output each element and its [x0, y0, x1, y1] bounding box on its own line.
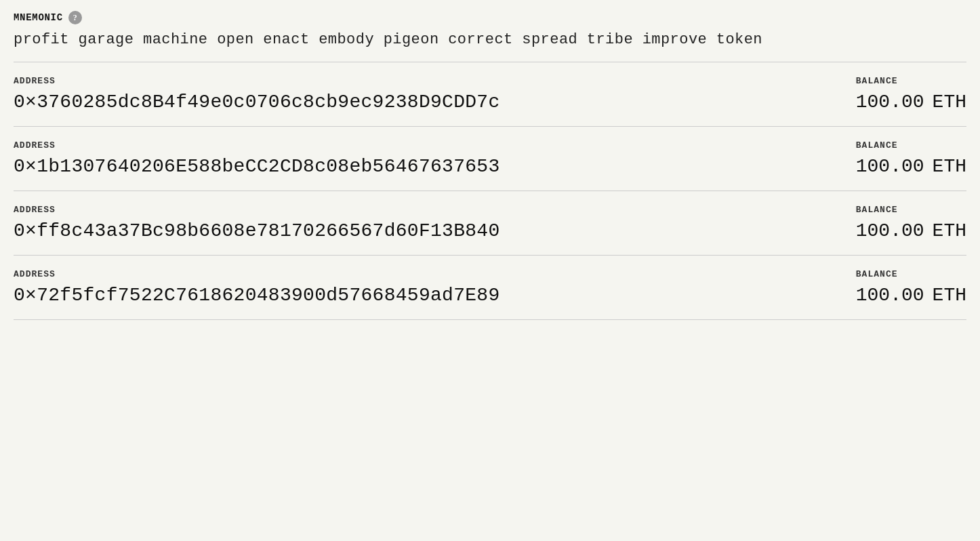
balance-label-1: BALANCE	[856, 140, 966, 151]
page-container: MNEMONIC ? profit garage machine open en…	[0, 0, 980, 331]
account-row: ADDRESS 0×3760285dc8B4f49e0c0706c8cb9ec9…	[14, 62, 966, 127]
balance-block-3: BALANCE 100.00 ETH	[856, 269, 966, 306]
balance-label-3: BALANCE	[856, 269, 966, 279]
address-value-0: 0×3760285dc8B4f49e0c0706c8cb9ec9238D9CDD…	[14, 92, 777, 113]
account-row: ADDRESS 0×ff8c43a37Bc98b6608e78170266567…	[14, 191, 966, 256]
mnemonic-words: profit garage machine open enact embody …	[14, 30, 966, 51]
account-right-2: BALANCE 100.00 ETH	[777, 205, 966, 241]
account-left-3: ADDRESS 0×72f5fcf7522C7618620483900d5766…	[14, 269, 777, 306]
balance-currency-1: ETH	[933, 156, 966, 177]
account-row: ADDRESS 0×72f5fcf7522C7618620483900d5766…	[14, 256, 966, 320]
balance-amount-0: 100.00	[856, 92, 924, 113]
account-right-3: BALANCE 100.00 ETH	[777, 269, 966, 306]
balance-block-1: BALANCE 100.00 ETH	[856, 140, 966, 177]
balance-label-0: BALANCE	[856, 76, 966, 86]
account-left-2: ADDRESS 0×ff8c43a37Bc98b6608e78170266567…	[14, 205, 777, 241]
balance-amount-2: 100.00	[856, 220, 924, 241]
account-right-1: BALANCE 100.00 ETH	[777, 140, 966, 177]
balance-label-2: BALANCE	[856, 205, 966, 215]
mnemonic-header: MNEMONIC ?	[14, 11, 966, 24]
address-label-2: ADDRESS	[14, 205, 777, 215]
account-row: ADDRESS 0×1b1307640206E588beCC2CD8c08eb5…	[14, 127, 966, 191]
balance-currency-0: ETH	[933, 92, 966, 113]
mnemonic-section: MNEMONIC ? profit garage machine open en…	[14, 11, 966, 62]
balance-block-0: BALANCE 100.00 ETH	[856, 76, 966, 113]
help-icon[interactable]: ?	[68, 11, 82, 24]
account-left-0: ADDRESS 0×3760285dc8B4f49e0c0706c8cb9ec9…	[14, 76, 777, 113]
balance-block-2: BALANCE 100.00 ETH	[856, 205, 966, 241]
address-value-3: 0×72f5fcf7522C7618620483900d57668459ad7E…	[14, 285, 777, 306]
address-label-1: ADDRESS	[14, 140, 777, 151]
address-label-3: ADDRESS	[14, 269, 777, 279]
account-left-1: ADDRESS 0×1b1307640206E588beCC2CD8c08eb5…	[14, 140, 777, 177]
account-right-0: BALANCE 100.00 ETH	[777, 76, 966, 113]
balance-amount-3: 100.00	[856, 285, 924, 306]
mnemonic-label: MNEMONIC	[14, 12, 63, 23]
address-value-1: 0×1b1307640206E588beCC2CD8c08eb564676376…	[14, 156, 777, 177]
address-value-2: 0×ff8c43a37Bc98b6608e78170266567d60F13B8…	[14, 220, 777, 241]
accounts-list: ADDRESS 0×3760285dc8B4f49e0c0706c8cb9ec9…	[14, 62, 966, 320]
balance-currency-2: ETH	[933, 220, 966, 241]
balance-amount-1: 100.00	[856, 156, 924, 177]
address-label-0: ADDRESS	[14, 76, 777, 86]
balance-currency-3: ETH	[933, 285, 966, 306]
